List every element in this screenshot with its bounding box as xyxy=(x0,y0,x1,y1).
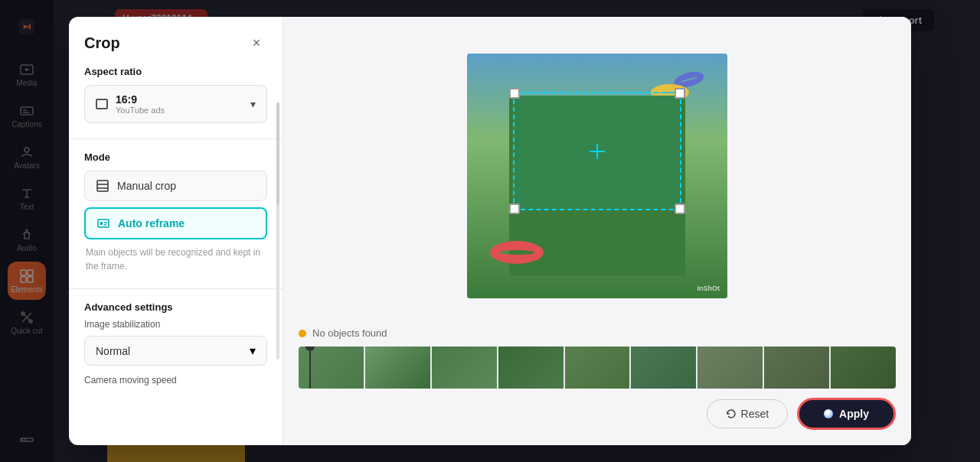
aspect-ratio-section-title: Aspect ratio xyxy=(69,66,283,77)
advanced-section: Advanced settings Image stabilization No… xyxy=(69,301,283,386)
svg-rect-17 xyxy=(97,181,108,191)
timeline-marker xyxy=(309,346,311,389)
scroll-thumb xyxy=(276,102,279,205)
mode-section: Mode Manual crop xyxy=(69,151,283,273)
aspect-ratio-icon xyxy=(96,99,108,109)
manual-crop-label: Manual crop xyxy=(117,180,176,192)
divider-1 xyxy=(69,138,283,139)
timeline-frame-9 xyxy=(831,346,896,389)
timeline-strip[interactable] xyxy=(299,346,896,389)
reset-label: Reset xyxy=(741,408,769,420)
crop-handle-tl[interactable] xyxy=(509,88,520,99)
aspect-ratio-labels: 16:9 YouTube ads xyxy=(116,93,165,115)
reset-button[interactable]: Reset xyxy=(707,399,789,428)
no-objects-text: No objects found xyxy=(312,327,387,339)
timeline-frame-3 xyxy=(432,346,497,389)
aspect-ratio-left: 16:9 YouTube ads xyxy=(96,93,165,115)
preview-area: InShOt xyxy=(299,32,896,320)
aspect-ratio-dropdown[interactable]: 16:9 YouTube ads ▾ xyxy=(84,85,267,123)
watermark: InShOt xyxy=(697,285,720,292)
aspect-ratio-main: 16:9 xyxy=(116,93,165,106)
app-background: Media Captions Avatars Text xyxy=(0,0,980,462)
aspect-ratio-sub: YouTube ads xyxy=(116,106,165,115)
svg-rect-20 xyxy=(98,220,109,227)
apply-label: Apply xyxy=(839,408,869,420)
no-objects-banner: No objects found xyxy=(299,320,896,346)
timeline-frame-5 xyxy=(565,346,630,389)
mode-section-title: Mode xyxy=(84,151,267,163)
warning-icon xyxy=(299,330,306,337)
apply-button[interactable]: Apply xyxy=(797,398,896,430)
modal-right-panel: InShOt No objects found xyxy=(283,17,911,445)
modal-actions: Reset Apply xyxy=(299,389,896,430)
stabilization-label: Image stabilization xyxy=(84,319,267,330)
crop-handle-br[interactable] xyxy=(675,203,685,214)
auto-reframe-label: Auto reframe xyxy=(118,217,185,229)
modal-header: Crop × xyxy=(69,17,283,54)
crop-modal: Crop × Aspect ratio 16:9 YouTube ads ▾ M… xyxy=(69,17,911,445)
modal-title: Crop xyxy=(84,34,120,52)
timeline-frame-1 xyxy=(299,346,364,389)
chevron-down-icon-2: ▾ xyxy=(250,343,256,358)
timeline-frame-2 xyxy=(365,346,430,389)
timeline-frame-4 xyxy=(498,346,564,389)
crop-crosshair xyxy=(590,144,605,159)
close-button[interactable]: × xyxy=(246,32,267,54)
crop-handle-tr[interactable] xyxy=(675,88,685,99)
chevron-down-icon: ▾ xyxy=(250,98,256,110)
advanced-title: Advanced settings xyxy=(84,301,267,313)
crop-handle-bl[interactable] xyxy=(509,203,520,214)
preview-container: InShOt xyxy=(467,54,727,298)
timeline-frame-8 xyxy=(764,346,829,389)
modal-left-panel: Crop × Aspect ratio 16:9 YouTube ads ▾ M… xyxy=(69,17,283,445)
auto-reframe-button[interactable]: Auto reframe xyxy=(84,207,267,239)
timeline-frame-7 xyxy=(697,346,763,389)
scroll-track[interactable] xyxy=(276,102,279,360)
stabilization-dropdown[interactable]: Normal ▾ xyxy=(84,336,267,366)
auto-reframe-desc: Main objects will be recognized and kept… xyxy=(84,246,267,273)
apply-icon xyxy=(824,409,833,418)
stabilization-value: Normal xyxy=(96,345,130,357)
divider-2 xyxy=(69,288,283,289)
crop-selection[interactable] xyxy=(513,92,681,210)
timeline-frame-6 xyxy=(631,346,696,389)
camera-speed-label: Camera moving speed xyxy=(84,375,267,386)
ring-red xyxy=(490,241,544,264)
manual-crop-button[interactable]: Manual crop xyxy=(84,171,267,201)
